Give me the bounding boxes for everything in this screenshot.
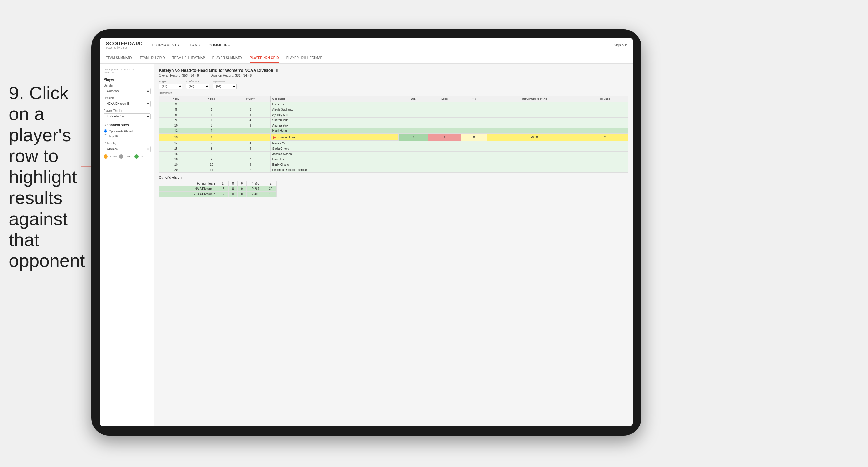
tab-team-summary[interactable]: TEAM SUMMARY [106, 53, 132, 63]
records-row: Overall Record: 353 - 34 - 6 Division Re… [159, 73, 628, 77]
division-record: Division Record: 331 - 34 - 6 [211, 73, 252, 77]
filter-conference-select[interactable]: (All) [186, 84, 210, 89]
table-row[interactable]: 1063 Andrea York [159, 123, 628, 128]
filter-row: Region (All) Conference (All) Opponent [159, 80, 628, 89]
sidebar-player-rank-select[interactable]: 8. Katelyn Vo [103, 113, 151, 120]
title-section: Katelyn Vo Head-to-Head Grid for Women's… [159, 68, 628, 77]
table-row[interactable]: 613 Sydney Kuo [159, 113, 628, 118]
legend: Down Level Up [103, 155, 151, 159]
legend-label-down: Down [110, 155, 117, 158]
table-row[interactable]: 131 Haeji Hyun [159, 128, 628, 133]
filter-conference: Conference (All) [186, 80, 210, 89]
tab-team-h2h-heatmap[interactable]: TEAM H2H HEATMAP [173, 53, 205, 63]
main-content: Last Updated: 27/03/2024 16:55:38 Player… [100, 64, 632, 426]
tab-player-h2h-grid[interactable]: PLAYER H2H GRID [250, 53, 279, 63]
table-row[interactable]: 1585 Stella Cheng [159, 146, 628, 152]
sidebar-gender-label: Gender [103, 84, 151, 87]
sidebar-gender-select[interactable]: Women's [103, 88, 151, 94]
chart-title: Katelyn Vo Head-to-Head Grid for Women's… [159, 68, 628, 73]
col-header-win: Win [399, 96, 428, 102]
logo: SCOREBOARD Powered by clippd [106, 41, 143, 49]
legend-label-level: Level [126, 155, 132, 158]
sidebar-player-rank-label: Player (Rank) [103, 109, 151, 113]
ood-row: Foreign Team 1 0 0 4.500 2 [159, 181, 277, 186]
legend-dot-up [134, 155, 138, 159]
ood-row: NCAA Division 2 5 0 0 7.400 10 [159, 192, 277, 197]
table-row-selected[interactable]: 131 ▶ Jessica Huang 0 1 0 -3.00 2 [159, 133, 628, 141]
tablet-screen: SCOREBOARD Powered by clippd TOURNAMENTS… [100, 38, 632, 426]
legend-dot-level [119, 155, 123, 159]
tab-team-h2h-grid[interactable]: TEAM H2H GRID [140, 53, 165, 63]
col-header-conf: # Conf [230, 96, 270, 102]
tab-player-summary[interactable]: PLAYER SUMMARY [212, 53, 243, 63]
filter-opponent-label: Opponent [213, 80, 237, 83]
logo-title: SCOREBOARD [106, 41, 143, 46]
legend-dot-down [103, 155, 108, 159]
nav-committee[interactable]: COMMITTEE [209, 42, 230, 49]
opponent-view-title: Opponent view [103, 123, 151, 127]
overall-record-value: 353 - 34 - 6 [182, 73, 198, 77]
sidebar-division-label: Division [103, 96, 151, 100]
out-of-division-table: Foreign Team 1 0 0 4.500 2 NAIA Division… [159, 181, 277, 197]
division-record-value: 331 - 34 - 6 [235, 73, 252, 77]
out-of-division-title: Out of division [159, 176, 628, 179]
nav-teams[interactable]: TEAMS [188, 42, 200, 49]
filter-region-label: Region [159, 80, 182, 83]
annotation-text: 9. Click on a player's row to highlight … [9, 83, 88, 271]
nav-items: TOURNAMENTS TEAMS COMMITTEE [152, 42, 609, 49]
table-row[interactable]: 1691 Jessica Mason [159, 152, 628, 157]
col-header-loss: Loss [428, 96, 461, 102]
tab-player-h2h-heatmap[interactable]: PLAYER H2H HEATMAP [286, 53, 322, 63]
filter-conference-label: Conference [186, 80, 210, 83]
radio-group: Opponents Played Top 100 [103, 129, 151, 138]
col-header-tie: Tie [461, 96, 487, 102]
radio-top-100[interactable]: Top 100 [103, 134, 151, 138]
content-area: Katelyn Vo Head-to-Head Grid for Women's… [154, 64, 632, 426]
filter-region: Region (All) [159, 80, 182, 89]
opponents-label: Opponents: [159, 92, 628, 94]
col-header-reg: # Reg [193, 96, 230, 102]
table-row[interactable]: 20117 Federica Domecq Lacroze [159, 167, 628, 173]
table-row[interactable]: 31 Esther Lee [159, 102, 628, 107]
table-row[interactable]: 19106 Emily Chang [159, 162, 628, 167]
opponent-view: Opponent view Opponents Played Top 100 [103, 123, 151, 138]
col-header-rounds: Rounds [582, 96, 628, 102]
table-row[interactable]: 1822 Euna Lee [159, 157, 628, 162]
legend-label-up: Up [141, 155, 145, 158]
colour-by-label: Colour by [103, 142, 151, 145]
col-header-div: # Div [159, 96, 193, 102]
col-header-opponent: Opponent [270, 96, 399, 102]
overall-record: Overall Record: 353 - 34 - 6 [159, 73, 199, 77]
tablet-frame: SCOREBOARD Powered by clippd TOURNAMENTS… [91, 29, 642, 436]
sign-out-button[interactable]: Sign out [609, 43, 627, 48]
data-table: # Div # Reg # Conf Opponent Win Loss Tie… [159, 96, 628, 173]
sidebar-timestamp: Last Updated: 27/03/2024 16:55:38 [103, 68, 151, 74]
sidebar: Last Updated: 27/03/2024 16:55:38 Player… [100, 64, 154, 426]
col-header-diff: Diff Av Strokes/Rnd [487, 96, 582, 102]
filter-opponent: Opponent (All) [213, 80, 237, 89]
sidebar-player-title: Player [103, 77, 151, 82]
sub-nav: TEAM SUMMARY TEAM H2H GRID TEAM H2H HEAT… [100, 53, 632, 64]
radio-opponents-played[interactable]: Opponents Played [103, 129, 151, 133]
nav-tournaments[interactable]: TOURNAMENTS [152, 42, 179, 49]
sidebar-division-select[interactable]: NCAA Division III [103, 101, 151, 107]
colour-by-select[interactable]: Win/loss [103, 146, 151, 152]
annotation-container: 9. Click on a player's row to highlight … [9, 83, 88, 271]
table-row[interactable]: 1474 Eunice Yi [159, 141, 628, 146]
table-row[interactable]: 522 Alexis Sudjianto [159, 107, 628, 113]
ood-row: NAIA Division 1 15 0 0 9.267 30 [159, 186, 277, 192]
filter-region-select[interactable]: (All) [159, 84, 182, 89]
colour-by: Colour by Win/loss [103, 142, 151, 152]
filter-opponent-select[interactable]: (All) [213, 84, 237, 89]
logo-sub: Powered by clippd [106, 46, 143, 49]
nav-bar: SCOREBOARD Powered by clippd TOURNAMENTS… [100, 38, 632, 53]
table-row[interactable]: 914 Sharon Mun [159, 118, 628, 123]
